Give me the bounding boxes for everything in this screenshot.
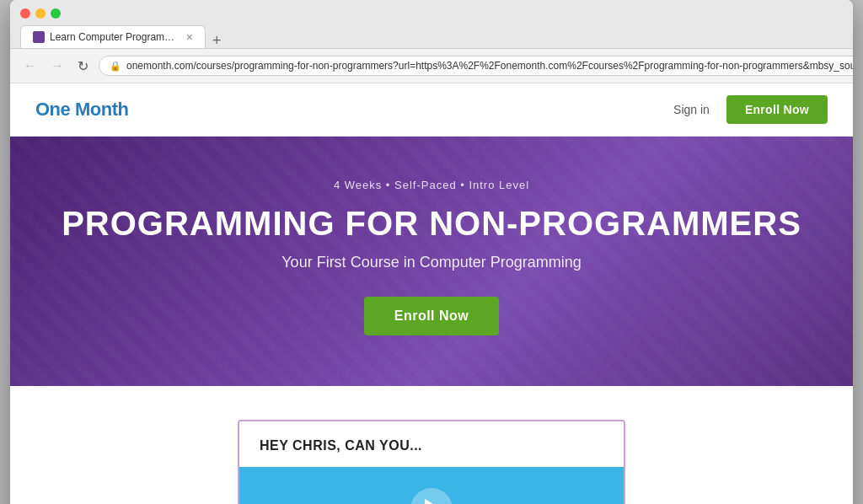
- maximize-button[interactable]: [51, 8, 61, 19]
- play-triangle-icon: [425, 499, 442, 504]
- sign-in-link[interactable]: Sign in: [673, 103, 710, 116]
- browser-titlebar: Learn Computer Programmin… × +: [10, 0, 853, 49]
- minimize-button[interactable]: [35, 8, 46, 19]
- tab-close-icon[interactable]: ×: [186, 31, 193, 43]
- traffic-lights: [20, 8, 843, 19]
- site-nav: One Month Sign in Enroll Now: [10, 83, 853, 137]
- video-card-header: HEY CHRIS, CAN YOU...: [239, 421, 624, 467]
- refresh-button[interactable]: ↻: [74, 56, 92, 76]
- tab-title: Learn Computer Programmin…: [50, 31, 181, 43]
- address-bar[interactable]: 🔒 onemonth.com/courses/programming-for-n…: [99, 56, 853, 76]
- content-section: HEY CHRIS, CAN YOU...: [10, 386, 853, 504]
- site-nav-right: Sign in Enroll Now: [673, 95, 828, 124]
- browser-toolbar: ← → ↻ 🔒 onemonth.com/courses/programming…: [10, 49, 853, 83]
- logo-month: Month: [75, 99, 128, 120]
- hero-title: PROGRAMMING FOR NON-PROGRAMMERS: [35, 205, 828, 242]
- website-content: One Month Sign in Enroll Now 4 Weeks • S…: [10, 83, 853, 504]
- video-card: HEY CHRIS, CAN YOU...: [238, 420, 625, 504]
- forward-button[interactable]: →: [47, 56, 67, 75]
- video-thumbnail[interactable]: [239, 467, 624, 504]
- video-card-title: HEY CHRIS, CAN YOU...: [260, 438, 603, 453]
- nav-enroll-button[interactable]: Enroll Now: [726, 95, 828, 124]
- hero-enroll-button[interactable]: Enroll Now: [364, 297, 500, 335]
- back-button[interactable]: ←: [20, 56, 40, 75]
- address-text: onemonth.com/courses/programming-for-non…: [126, 60, 853, 72]
- hero-section: 4 Weeks • Self-Paced • Intro Level PROGR…: [10, 137, 853, 386]
- hero-description: Your First Course in Computer Programmin…: [35, 254, 828, 271]
- active-tab[interactable]: Learn Computer Programmin… ×: [20, 25, 206, 48]
- tab-favicon-icon: [33, 31, 45, 43]
- logo-one: One: [35, 99, 70, 120]
- close-button[interactable]: [20, 8, 30, 19]
- browser-window: Learn Computer Programmin… × + ← → ↻ 🔒 o…: [10, 0, 853, 504]
- site-logo: One Month: [35, 99, 128, 121]
- lock-icon: 🔒: [110, 61, 121, 72]
- new-tab-button[interactable]: +: [206, 33, 228, 48]
- browser-tabs: Learn Computer Programmin… × +: [20, 25, 843, 48]
- hero-subtitle: 4 Weeks • Self-Paced • Intro Level: [35, 179, 828, 191]
- play-button[interactable]: [410, 488, 453, 504]
